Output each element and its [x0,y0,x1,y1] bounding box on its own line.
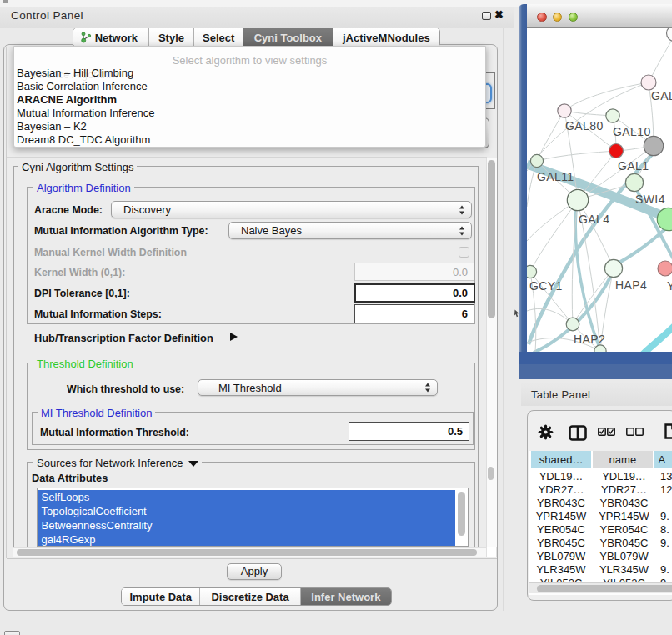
dpi-tolerance-field[interactable]: 0.0 [354,283,475,302]
checked-columns-icon[interactable] [598,428,615,437]
algorithm-item[interactable]: Basic Correlation Inference [17,80,483,93]
tab[interactable]: Cyni Toolbox [243,28,333,47]
table-row[interactable]: YBR045CYBR045C9. [529,536,672,549]
attribute-item[interactable]: SelfLoops [38,490,456,504]
network-node-label: HAP2 [574,332,605,346]
float-window-icon[interactable] [482,12,491,20]
bottom-tab[interactable]: Impute Data [122,588,200,605]
mouse-cursor [514,309,520,318]
network-node[interactable] [527,265,537,278]
dpi-tolerance-label: DPI Tolerance [0,1]: [34,288,130,299]
table-panel-title: Table Panel [531,388,590,401]
network-node-label: GAL1 [618,159,649,172]
cyni-algorithm-settings-title: Cyni Algorithm Settings [18,161,137,173]
close-icon[interactable]: ✖ [494,8,504,21]
network-node[interactable] [644,136,663,155]
network-node[interactable] [641,75,656,90]
algorithm-item[interactable]: Dream8 DC_TDC Algorithm [17,133,483,147]
network-edge[interactable] [537,111,564,161]
algorithm-item[interactable]: ARACNE Algorithm [17,93,483,107]
window-close-icon[interactable] [537,12,547,22]
sources-group-title[interactable]: Sources for Network Inference [33,457,202,469]
table-row[interactable]: YBR043CYBR043C [529,496,672,509]
algorithm-definition-title: Algorithm Definition [33,182,134,194]
network-node[interactable] [566,318,579,331]
network-edge[interactable] [578,200,614,268]
algorithm-item[interactable]: Bayesian – Hill Climbing [17,67,483,80]
network-edge[interactable] [537,151,616,161]
table-header-cell[interactable]: name [593,451,652,468]
panel-edge-highlight [499,44,499,612]
network-node[interactable] [667,28,672,42]
tab[interactable]: jActiveMNodules [333,28,439,47]
table-row[interactable]: YBL079WYBL079W [529,549,672,562]
settings-vscrollbar-thumb[interactable] [488,160,495,318]
mi-threshold-field[interactable]: 0.5 [349,422,469,441]
settings-bottom-separator [7,558,497,559]
table-row[interactable]: YPR145WYPR145W9. [529,509,672,522]
manual-kernel-width-checkbox[interactable] [459,247,469,258]
combo-arrows-icon [424,382,431,392]
network-window-bottom-frame [519,352,672,364]
tab[interactable]: Style [149,28,195,47]
gear-icon[interactable] [538,424,554,440]
algorithm-list: Bayesian – Hill ClimbingBasic Correlatio… [17,67,483,147]
attribute-item[interactable]: TopologicalCoefficient [38,504,456,518]
mi-steps-field[interactable]: 6 [354,304,474,323]
network-edge[interactable] [641,325,672,352]
network-window-titlebar[interactable] [527,4,672,28]
algorithm-item[interactable]: Bayesian – K2 [17,120,483,133]
attribute-item[interactable]: BetweennessCentrality [38,518,456,532]
network-node[interactable] [567,189,588,210]
hub-definition-label[interactable]: Hub/Transcription Factor Definition [34,332,213,344]
table-row[interactable]: YDR27…YDR27…12 [529,482,672,496]
attribute-item[interactable]: gal4RGexp [38,532,456,547]
table-row[interactable]: YLR345WYLR345W9. [529,562,672,576]
which-threshold-select[interactable]: MI Threshold [198,379,438,396]
network-edge[interactable] [649,34,672,82]
network-node[interactable] [606,109,619,122]
window-zoom-icon[interactable] [569,12,579,22]
table-header-cell[interactable]: shared… [531,451,591,468]
columns-icon[interactable] [569,425,587,441]
viewport-left-edge [6,48,7,558]
threshold-definition-title: Threshold Definition [33,358,137,370]
document-icon[interactable] [664,422,672,440]
network-edge[interactable] [527,308,573,324]
table-row[interactable]: YDL19…YDL19…13 [529,469,672,482]
window-minimize-icon[interactable] [553,12,563,22]
expand-arrow-icon[interactable] [230,332,238,341]
network-node[interactable] [604,259,622,277]
control-panel-title: Control Panel [11,9,83,22]
network-node-label: SWI4 [635,192,665,206]
apply-button[interactable]: Apply [227,563,282,580]
bottom-mini-button[interactable] [4,631,20,635]
network-edge[interactable] [564,82,649,111]
aracne-mode-select[interactable]: Discovery [111,201,472,218]
network-node[interactable] [558,104,571,118]
kernel-width-field[interactable]: 0.0 [354,262,474,281]
tab[interactable]: Select [194,28,243,47]
combo-arrows-icon [459,205,465,215]
table-row[interactable]: YER054CYER054C8. [529,522,672,536]
unchecked-columns-icon[interactable] [626,428,644,437]
bottom-tab[interactable]: Discretize Data [200,588,300,605]
tab[interactable]: Network [73,28,149,47]
network-node[interactable] [609,144,624,158]
table-panel-body: shared…nameA YDL19…YDL19…13YDR27…YDR27…1… [527,410,672,601]
algorithm-item[interactable]: Mutual Information Inference [17,107,483,120]
network-node[interactable] [658,261,672,276]
table-header-cell[interactable]: A [654,451,672,468]
bottom-tab[interactable]: Infer Network [301,588,391,605]
network-node[interactable] [625,173,643,191]
network-node[interactable] [594,345,606,352]
network-canvas[interactable]: GALGAL80GAL10GAL1GAL11GAL4SWI4GCY1HAP4YH… [527,28,672,352]
table-hscrollbar-thumb[interactable] [537,585,672,592]
top-notch [3,0,8,3]
network-node[interactable] [530,154,543,167]
collapse-arrow-icon [188,461,198,467]
settings-hscrollbar-thumb[interactable] [17,549,477,556]
mi-algorithm-type-select[interactable]: Naive Bayes [228,222,472,239]
list-scrollbar-thumb[interactable] [458,492,465,536]
network-edge[interactable] [616,228,667,264]
